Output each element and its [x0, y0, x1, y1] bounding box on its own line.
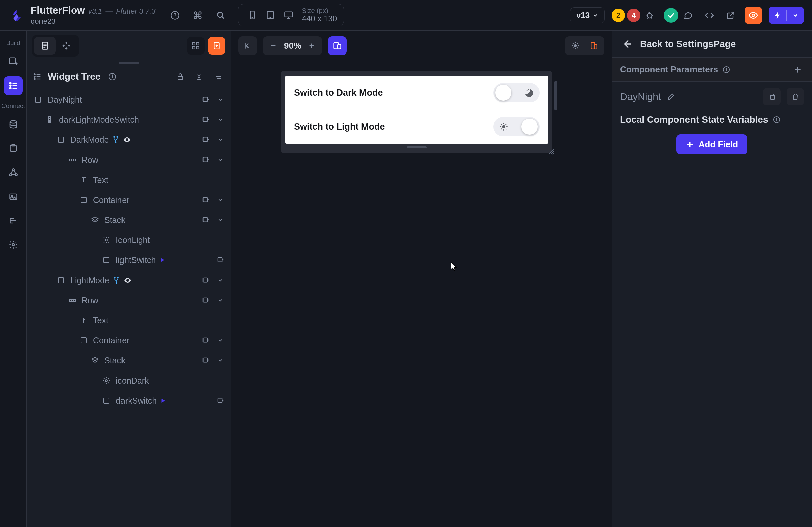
add-child-button[interactable]	[200, 295, 211, 306]
expand-toggle[interactable]	[215, 295, 226, 306]
visibility-icon[interactable]	[123, 136, 131, 144]
command-palette-button[interactable]	[190, 8, 205, 23]
open-external-button[interactable]	[723, 8, 738, 23]
responsive-preview-button[interactable]	[586, 39, 603, 53]
info-icon[interactable]	[721, 64, 732, 75]
add-child-button[interactable]	[200, 355, 211, 366]
errors-badge[interactable]: 4	[627, 9, 640, 22]
tree-row[interactable]: Stack	[27, 210, 231, 230]
light-mode-switch[interactable]	[493, 117, 539, 136]
expand-toggle[interactable]	[215, 134, 226, 146]
tree-row[interactable]: Row	[27, 150, 231, 170]
tree-row[interactable]: darkSwitch	[27, 391, 231, 411]
add-child-button[interactable]	[215, 395, 226, 406]
expand-toggle[interactable]	[215, 355, 226, 366]
pages-tab[interactable]	[34, 37, 56, 55]
tree-row[interactable]: Stack	[27, 350, 231, 371]
rail-settings[interactable]	[4, 236, 23, 254]
tree-row[interactable]: DarkMode	[27, 130, 231, 150]
panel-resize-handle[interactable]	[27, 61, 231, 65]
rail-add-widget[interactable]	[4, 52, 23, 71]
help-button[interactable]	[168, 8, 183, 23]
tree-row[interactable]: Container	[27, 190, 231, 210]
search-button[interactable]	[213, 8, 228, 23]
tree-row[interactable]: IconLight	[27, 230, 231, 250]
canvas-stage[interactable]: Switch to Dark Mode Switch to Light Mode	[281, 71, 552, 153]
tablet-frame-button[interactable]	[263, 8, 278, 22]
app-logo[interactable]	[8, 7, 24, 24]
sort-button[interactable]	[211, 70, 224, 83]
duplicate-button[interactable]	[763, 88, 781, 105]
add-child-button[interactable]	[200, 194, 211, 206]
zoom-in-button[interactable]	[306, 40, 317, 51]
mobile-frame-button[interactable]	[245, 8, 260, 22]
add-child-button[interactable]	[200, 134, 211, 146]
tree-row[interactable]: darkLightModeSwitch	[27, 110, 231, 130]
add-field-button[interactable]: Add Field	[677, 134, 748, 154]
add-child-button[interactable]	[200, 335, 211, 346]
rail-media[interactable]	[4, 187, 23, 206]
tree-row[interactable]: Container	[27, 330, 231, 350]
rail-firestore[interactable]	[4, 115, 23, 134]
tree-row[interactable]: Row	[27, 290, 231, 310]
expand-toggle[interactable]	[215, 154, 226, 166]
tree-row[interactable]: Text	[27, 310, 231, 330]
light-mode-label: Switch to Light Mode	[294, 122, 385, 132]
add-child-button[interactable]	[200, 114, 211, 125]
add-child-button[interactable]	[200, 154, 211, 166]
resize-handle[interactable]	[547, 148, 554, 155]
components-tab[interactable]	[56, 37, 77, 55]
run-button[interactable]	[769, 7, 804, 24]
expand-toggle[interactable]	[215, 335, 226, 346]
info-icon[interactable]	[106, 70, 119, 83]
comments-button[interactable]	[680, 8, 695, 23]
tree-row[interactable]: iconDark	[27, 371, 231, 391]
status-ok-icon[interactable]	[664, 8, 679, 23]
light-preview-button[interactable]	[567, 39, 584, 53]
delete-button[interactable]	[786, 88, 804, 105]
tree-row[interactable]: DayNight	[27, 90, 231, 110]
storyboard-button[interactable]	[187, 37, 204, 55]
lock-button[interactable]	[174, 70, 187, 83]
rail-api[interactable]	[4, 163, 23, 182]
warnings-badge[interactable]: 2	[611, 9, 625, 22]
version-history-pill[interactable]: v13	[570, 7, 605, 24]
tree-row[interactable]: Text	[27, 170, 231, 190]
rail-widget-tree[interactable]	[4, 76, 23, 95]
code-view-button[interactable]	[702, 8, 716, 23]
multi-device-preview-button[interactable]	[328, 36, 347, 55]
light-mode-row[interactable]: Switch to Light Mode	[294, 114, 539, 139]
expand-toggle[interactable]	[215, 214, 226, 226]
svg-point-86	[105, 379, 107, 381]
svg-point-71	[105, 239, 107, 241]
rail-storage[interactable]	[4, 139, 23, 158]
visibility-icon[interactable]	[124, 276, 132, 284]
preview-button[interactable]	[745, 7, 762, 24]
edit-name-button[interactable]	[667, 93, 675, 101]
action-icon	[159, 257, 165, 263]
component-frame[interactable]: Switch to Dark Mode Switch to Light Mode	[281, 71, 552, 153]
add-page-button[interactable]	[208, 37, 225, 55]
add-child-button[interactable]	[215, 255, 226, 266]
collapse-left-panel-button[interactable]	[238, 36, 257, 55]
add-parameter-button[interactable]	[791, 63, 804, 76]
dark-mode-row[interactable]: Switch to Dark Mode	[294, 80, 539, 105]
run-dropdown[interactable]	[786, 7, 804, 24]
info-icon[interactable]	[773, 116, 780, 123]
desktop-frame-button[interactable]	[281, 8, 296, 22]
add-child-button[interactable]	[200, 94, 211, 105]
expand-toggle[interactable]	[215, 94, 226, 105]
add-child-button[interactable]	[200, 274, 211, 286]
bug-icon[interactable]	[642, 8, 657, 23]
expand-toggle[interactable]	[215, 114, 226, 125]
dark-mode-switch[interactable]	[493, 83, 539, 102]
add-child-button[interactable]	[200, 214, 211, 226]
rail-custom-code[interactable]	[4, 211, 23, 230]
back-button[interactable]	[620, 37, 634, 51]
expand-toggle[interactable]	[215, 194, 226, 206]
zoom-out-button[interactable]	[268, 40, 279, 51]
expand-toggle[interactable]	[215, 274, 226, 286]
expand-button[interactable]	[192, 70, 206, 83]
tree-row[interactable]: LightMode	[27, 270, 231, 290]
tree-row[interactable]: lightSwitch	[27, 250, 231, 270]
